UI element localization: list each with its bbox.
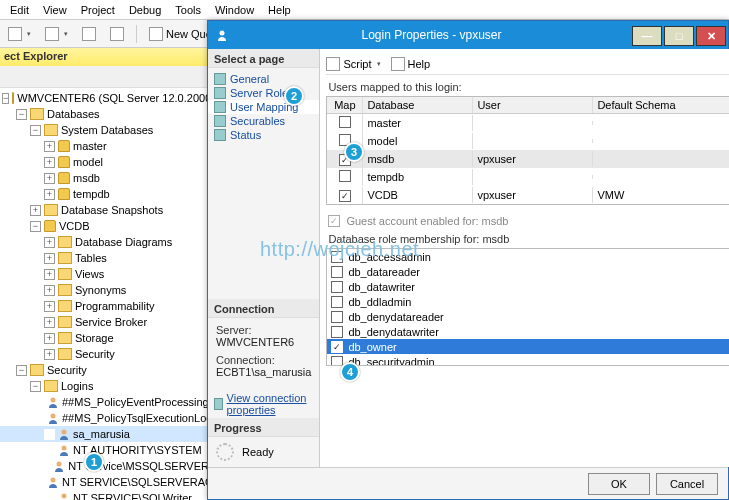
menu-window[interactable]: Window [209, 2, 260, 18]
mapping-row[interactable]: msdbvpxuser... [327, 150, 729, 168]
tree-db-master[interactable]: +master [0, 138, 209, 154]
menu-help[interactable]: Help [262, 2, 297, 18]
page-usermapping[interactable]: User Mapping [208, 100, 319, 114]
tree[interactable]: −WMVCENTER6 (SQL Server 12.0.2000 - ECBT… [0, 88, 209, 500]
tree-databases[interactable]: −Databases [0, 106, 209, 122]
tree-login[interactable]: NT Service\MSSQLSERVER [0, 458, 209, 474]
select-page-header: Select a page [208, 49, 319, 68]
col-map[interactable]: Map [327, 97, 363, 113]
role-checkbox[interactable] [331, 266, 343, 278]
object-explorer-title: ect Explorer [0, 48, 209, 66]
menu-debug[interactable]: Debug [123, 2, 167, 18]
script-button[interactable]: Script▾ [326, 57, 380, 71]
tree-item[interactable]: +Service Broker [0, 314, 209, 330]
map-checkbox[interactable] [339, 190, 351, 202]
tree-item[interactable]: +Database Diagrams [0, 234, 209, 250]
role-item[interactable]: db_accessadmin [327, 249, 729, 264]
tree-login-selected[interactable]: sa_marusia [0, 426, 209, 442]
tree-item[interactable]: +Tables [0, 250, 209, 266]
tree-item[interactable]: +Storage [0, 330, 209, 346]
tree-db-msdb[interactable]: +msdb [0, 170, 209, 186]
page-icon [214, 73, 226, 85]
tree-item[interactable]: +Programmability [0, 298, 209, 314]
folder-icon [44, 124, 58, 136]
menu-tools[interactable]: Tools [169, 2, 207, 18]
database-icon [58, 140, 70, 152]
close-button[interactable]: ✕ [696, 26, 726, 46]
role-item[interactable]: db_owner [327, 339, 729, 354]
toolbar-button[interactable]: ▾ [4, 25, 35, 43]
role-checkbox[interactable] [331, 341, 343, 353]
tree-item[interactable]: +Security [0, 346, 209, 362]
tree-login[interactable]: NT AUTHORITY\SYSTEM [0, 442, 209, 458]
annotation-badge-4: 4 [340, 362, 360, 382]
mapping-row[interactable]: master [327, 114, 729, 132]
login-icon [47, 476, 59, 488]
annotation-badge-2: 2 [284, 86, 304, 106]
mapping-row[interactable]: VCDBvpxuserVMW... [327, 186, 729, 204]
svg-point-10 [220, 31, 225, 36]
mapping-row[interactable]: model [327, 132, 729, 150]
page-status[interactable]: Status [208, 128, 319, 142]
role-item[interactable]: db_securityadmin [327, 354, 729, 366]
role-checkbox[interactable] [331, 296, 343, 308]
tree-db-model[interactable]: +model [0, 154, 209, 170]
svg-point-2 [62, 430, 67, 435]
role-checkbox[interactable] [331, 311, 343, 323]
role-item[interactable]: db_datareader [327, 264, 729, 279]
menu-edit[interactable]: Edit [4, 2, 35, 18]
role-item[interactable]: db_ddladmin [327, 294, 729, 309]
roles-list[interactable]: db_accessadmindb_datareaderdb_datawriter… [326, 248, 729, 366]
role-item[interactable]: db_denydatawriter [327, 324, 729, 339]
dialog-titlebar[interactable]: Login Properties - vpxuser — □ ✕ [208, 21, 728, 49]
login-icon [47, 412, 59, 424]
mapping-row[interactable]: tempdb [327, 168, 729, 186]
toolbar-button[interactable] [106, 25, 128, 43]
toolbar-button[interactable] [78, 25, 100, 43]
tree-server[interactable]: −WMVCENTER6 (SQL Server 12.0.2000 - ECBT… [0, 90, 209, 106]
map-checkbox[interactable] [339, 170, 351, 182]
ok-button[interactable]: OK [588, 473, 650, 495]
help-button[interactable]: Help [391, 57, 431, 71]
guest-checkbox [328, 215, 340, 227]
tree-db-tempdb[interactable]: +tempdb [0, 186, 209, 202]
maximize-button[interactable]: □ [664, 26, 694, 46]
toolbar-button[interactable]: ▾ [41, 25, 72, 43]
page-securables[interactable]: Securables [208, 114, 319, 128]
tree-login[interactable]: NT SERVICE\SQLWriter [0, 490, 209, 500]
menu-project[interactable]: Project [75, 2, 121, 18]
role-checkbox[interactable] [331, 281, 343, 293]
object-explorer: ect Explorer −WMVCENTER6 (SQL Server 12.… [0, 48, 210, 500]
newquery-icon [149, 27, 163, 41]
page-general[interactable]: General [208, 72, 319, 86]
annotation-badge-3: 3 [344, 142, 364, 162]
role-item[interactable]: db_denydatareader [327, 309, 729, 324]
tree-vcdb[interactable]: −VCDB [0, 218, 209, 234]
tree-item[interactable]: +Views [0, 266, 209, 282]
tree-login[interactable]: ##MS_PolicyEventProcessingLogin## [0, 394, 209, 410]
tree-snapshots[interactable]: +Database Snapshots [0, 202, 209, 218]
tree-sysdatabases[interactable]: −System Databases [0, 122, 209, 138]
tree-item[interactable]: +Synonyms [0, 282, 209, 298]
rolemember-label: Database role membership for: msdb [328, 233, 729, 245]
menu-view[interactable]: View [37, 2, 73, 18]
page-icon [214, 115, 226, 127]
login-icon [58, 428, 70, 440]
guest-account-row: Guest account enabled for: msdb [328, 215, 729, 227]
mapping-grid[interactable]: Map Database User Default Schema masterm… [326, 96, 729, 205]
tree-login[interactable]: NT SERVICE\SQLSERVERAGENT [0, 474, 209, 490]
minimize-button[interactable]: — [632, 26, 662, 46]
cancel-button[interactable]: Cancel [656, 473, 718, 495]
view-connection-link[interactable]: View connection properties [227, 392, 314, 416]
col-database[interactable]: Database [363, 97, 473, 113]
role-item[interactable]: db_datawriter [327, 279, 729, 294]
map-checkbox[interactable] [339, 116, 351, 128]
role-checkbox[interactable] [331, 251, 343, 263]
tree-security[interactable]: −Security [0, 362, 209, 378]
tree-logins[interactable]: −Logins [0, 378, 209, 394]
role-checkbox[interactable] [331, 326, 343, 338]
col-schema[interactable]: Default Schema [593, 97, 729, 113]
folder-icon [44, 204, 58, 216]
col-user[interactable]: User [473, 97, 593, 113]
tree-login[interactable]: ##MS_PolicyTsqlExecutionLogin## [0, 410, 209, 426]
